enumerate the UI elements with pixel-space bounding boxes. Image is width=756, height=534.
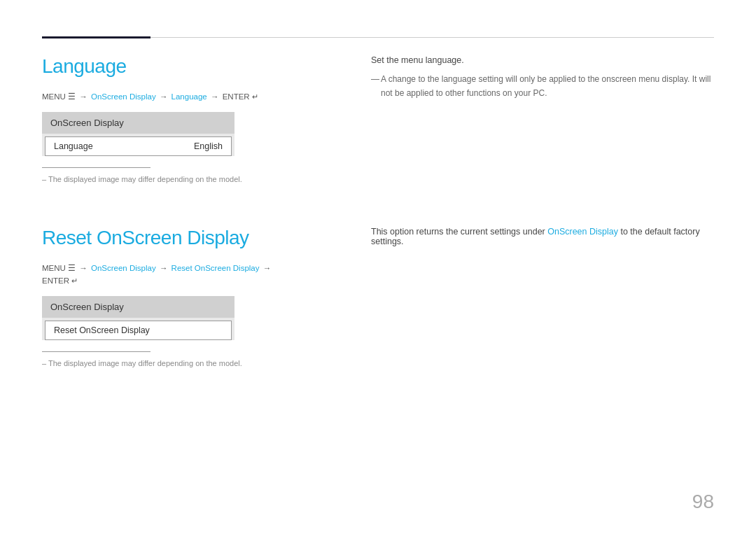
menu-icon-lang: ☰ <box>68 92 76 101</box>
arrow1-reset: → <box>79 264 88 272</box>
language-desc-note: A change to the language setting will on… <box>371 72 714 101</box>
language-osd-box: OnScreen Display Language English <box>42 112 234 156</box>
language-osd-row: Language English <box>45 136 232 156</box>
section-language-right: Set the menu language. A change to the l… <box>315 55 714 185</box>
reset-note: The displayed image may differ depending… <box>42 358 294 370</box>
reset-osd-header: OnScreen Display <box>42 296 234 318</box>
reset-title: Reset OnScreen Display <box>42 227 294 249</box>
language-note: The displayed image may differ depending… <box>42 174 294 185</box>
language-row-label: Language <box>54 141 93 151</box>
link2-lang: Language <box>172 92 207 101</box>
section-reset-left: Reset OnScreen Display MENU ☰ → OnScreen… <box>42 227 315 369</box>
menu-prefix-reset: MENU <box>42 264 66 272</box>
language-row-value: English <box>194 141 223 151</box>
reset-desc-before: This option returns the current settings… <box>371 227 547 237</box>
enter-icon-reset: ↵ <box>71 276 78 285</box>
top-rule-light <box>150 37 714 38</box>
section-language-left: Language MENU ☰ → OnScreen Display → Lan… <box>42 55 315 185</box>
reset-menu-path: MENU ☰ → OnScreen Display → Reset OnScre… <box>42 262 294 288</box>
arrow3-lang: → <box>211 92 219 101</box>
language-divider <box>42 167 150 168</box>
reset-row-label: Reset OnScreen Display <box>54 325 150 335</box>
reset-osd-row: Reset OnScreen Display <box>45 321 232 340</box>
link2-reset: Reset OnScreen Display <box>172 264 260 272</box>
section-reset: Reset OnScreen Display MENU ☰ → OnScreen… <box>42 227 714 369</box>
reset-divider <box>42 351 150 352</box>
menu-icon-reset: ☰ <box>68 264 76 272</box>
section-reset-right: This option returns the current settings… <box>315 227 714 369</box>
link1-reset: OnScreen Display <box>91 264 156 272</box>
language-desc-heading: Set the menu language. <box>371 55 714 65</box>
enter-suffix-lang: ENTER <box>223 92 250 101</box>
language-osd-header: OnScreen Display <box>42 112 234 134</box>
enter-suffix-reset: ENTER <box>42 276 69 285</box>
link1-lang: OnScreen Display <box>91 92 156 101</box>
arrow2-reset: → <box>160 264 168 272</box>
reset-osd-box: OnScreen Display Reset OnScreen Display <box>42 296 234 340</box>
reset-desc-link: OnScreen Display <box>547 227 618 237</box>
enter-icon-lang: ↵ <box>252 92 258 101</box>
page-container: Language MENU ☰ → OnScreen Display → Lan… <box>0 0 756 534</box>
language-title: Language <box>42 55 294 78</box>
arrow2-lang: → <box>160 92 168 101</box>
top-rule-dark <box>42 36 150 38</box>
arrow3-reset: → <box>263 264 272 272</box>
section-language: Language MENU ☰ → OnScreen Display → Lan… <box>42 55 714 185</box>
page-number: 98 <box>692 491 714 513</box>
arrow1-lang: → <box>79 92 88 101</box>
menu-prefix: MENU <box>42 92 66 101</box>
top-rules <box>42 36 714 38</box>
language-menu-path: MENU ☰ → OnScreen Display → Language → E… <box>42 90 294 104</box>
reset-desc: This option returns the current settings… <box>371 227 714 246</box>
